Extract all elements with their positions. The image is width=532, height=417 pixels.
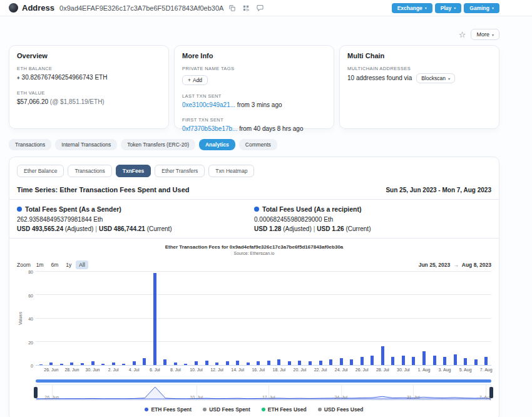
bar-slot [367,272,378,365]
series-dot-icon [17,207,22,212]
eth-diamond-icon: ♦ [17,75,20,81]
first-txn-hash-link[interactable]: 0xf7370b53be17b... [182,125,237,132]
legend-label: USD Fees Spent [209,406,250,413]
more-button-label: More [476,31,489,38]
subtab-txn-heatmap[interactable]: Txn Heatmap [208,165,254,177]
bar-slot [429,272,440,365]
legend-item-eth-fees-spent[interactable]: ETH Fees Spent [145,406,192,413]
x-axis-tick-label: 18. Jul [273,368,286,372]
zoom-all-button[interactable]: All [76,260,88,269]
top-header: Address 0x9ad4EFAF9E326c17c3A7be6F5D1678… [0,0,532,16]
comment-button[interactable] [255,3,265,13]
add-name-tag-button[interactable]: + Add [182,75,208,85]
blockscan-dropdown[interactable]: Blockscan ▾ [416,73,455,83]
bar-slot [150,272,160,365]
subtab-ether-balance[interactable]: Ether Balance [17,165,64,177]
legend-dot-icon [145,408,148,411]
address-value: 0x9ad4EFAF9E326c17c3A7be6F5D167843Af0eb3… [59,4,223,12]
x-axis-tick-label: 30. Jul [397,368,410,372]
bar-slot [305,272,315,365]
fees-bar [133,361,136,365]
bar-slot [284,272,295,365]
legend-label: USD Fees Used [324,406,364,413]
overview-title: Overview [17,52,161,59]
fees-spent-usd-current: USD 486,744.21 [99,225,145,232]
fees-spent-title-row: Total Fees Spent (As a Sender) [17,205,254,213]
zoom-1m-button[interactable]: 1m [33,260,47,269]
navigator-handle-left[interactable] [34,387,38,398]
chart-navigator[interactable]: 26. Jun10. Jul17. Jul24. Jul31. Jul7. Au… [36,384,491,401]
play-button[interactable]: Play▾ [435,3,462,13]
bar-slot [212,272,222,365]
fees-bar [60,364,63,365]
tab-token-transfers-erc-20[interactable]: Token Transfers (ERC-20) [121,139,195,150]
series-dot-icon [254,207,259,212]
gaming-button[interactable]: Gaming▾ [464,3,499,13]
tab-analytics[interactable]: Analytics [199,139,235,150]
fees-spent-eth: 262.935848495379981844 Eth [17,216,254,223]
tab-transactions[interactable]: Transactions [9,139,51,150]
fees-bar [195,361,198,365]
last-txn-time: from 3 mins ago [237,101,282,108]
bar-slot [98,272,108,365]
star-icon: ☆ [459,30,466,39]
more-button[interactable]: More ▾ [471,29,499,40]
fees-bar [309,361,312,365]
multichain-found: 10 addresses found via Blockscan ▾ [347,73,491,83]
page-title: Address [22,3,54,13]
legend-item-eth-fees-used[interactable]: ETH Fees Used [262,406,307,413]
bar-slot [36,272,46,365]
bar-slot [295,272,305,365]
zoom-1y-button[interactable]: 1y [63,260,74,269]
qr-code-button[interactable] [241,3,251,13]
bar-slot [232,272,243,365]
exchange-button-label: Exchange [397,5,422,11]
divider [9,238,499,239]
legend-item-usd-fees-spent[interactable]: USD Fees Spent [203,406,250,413]
fees-bar [340,358,343,365]
navigator-handle-right[interactable] [489,387,493,398]
range-from-input[interactable]: Jun 25, 2023 [419,262,451,268]
copy-address-button[interactable] [227,3,237,13]
timeseries-date-range: Sun 25, Jun 2023 - Mon 7, Aug 2023 [386,187,491,193]
bar-slot [398,272,409,365]
chevron-down-icon: ▾ [425,6,427,10]
x-axis-tick-label: 5. Aug [459,368,472,372]
navigator-track[interactable]: 26. Jun10. Jul17. Jul24. Jul31. Jul7. Au… [36,384,491,401]
chart-scrollbar[interactable] [36,379,491,383]
eth-balance-amount: 30.826767496254966743 ETH [22,74,108,81]
fees-bar [371,356,374,365]
bar-slot [450,272,461,365]
fees-used-title-row: Total Fees Used (As a recipient) [254,205,491,213]
favorite-star-button[interactable]: ☆ [459,31,466,39]
tab-comments[interactable]: Comments [239,139,277,150]
range-to-input[interactable]: Aug 8, 2023 [462,262,491,268]
zoom-6m-button[interactable]: 6m [48,260,62,269]
chevron-down-icon: ▾ [448,76,450,81]
y-axis-tick-label: 20 [28,340,33,344]
chart-plot-area[interactable] [36,272,491,366]
subtab-txnfees[interactable]: TxnFees [116,165,151,177]
bar-slot [67,272,78,365]
tab-internal-transactions[interactable]: Internal Transactions [55,139,117,150]
bar-slot [263,272,274,365]
subtab-transactions[interactable]: Transactions [68,165,111,177]
divider [9,199,499,200]
fees-bar [226,361,229,365]
fees-spent-usd-adjusted: USD 493,565.24 [17,225,63,232]
bar-slot [325,272,336,365]
fees-bar [49,363,53,365]
x-axis-tick-label: 26. Jul [356,368,369,372]
bar-slot [222,272,233,365]
current-label: (Current) [147,225,172,232]
exchange-button[interactable]: Exchange▾ [392,3,432,13]
last-txn-hash-link[interactable]: 0xe3100c949a21... [182,101,235,108]
x-axis-tick-label: 6. Jul [150,368,160,372]
fees-bar [402,356,405,365]
y-axis-tick-label: 0 [31,364,33,368]
fees-used-stat: Total Fees Used (As a recipient) 0.00068… [254,205,491,232]
x-axis-tick-label: 20. Jul [294,368,307,372]
subtab-ether-transfers[interactable]: Ether Transfers [155,165,205,177]
legend-item-usd-fees-used[interactable]: USD Fees Used [318,406,364,413]
bar-slot [419,272,429,365]
